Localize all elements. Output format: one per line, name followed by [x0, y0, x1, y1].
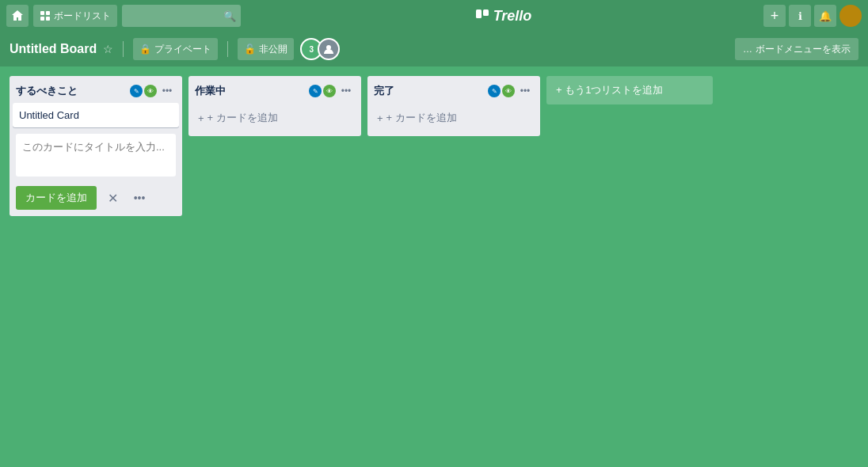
add-card-confirm-button[interactable]: カードを追加	[16, 186, 97, 210]
list-edit-icon-2[interactable]: ✎	[309, 85, 322, 97]
logo-text: Trello	[493, 8, 532, 25]
add-icon-2: +	[198, 112, 204, 124]
list-eye-icon-3[interactable]: 👁	[502, 85, 515, 97]
add-button[interactable]: +	[763, 5, 786, 27]
list-footer-inprogress: + + カードを追加	[188, 103, 361, 136]
board-list-label: ボードリスト	[54, 9, 111, 23]
card-title: Untitled Card	[19, 109, 79, 121]
card-title-input[interactable]	[16, 134, 176, 177]
add-card-label-2: + カードを追加	[207, 111, 278, 125]
board-header: Untitled Board ☆ 🔒 プライベート 🔓 非公開 3 … ボードメ…	[0, 32, 868, 66]
table-row[interactable]: Untitled Card	[13, 103, 179, 127]
svg-rect-4	[476, 9, 482, 18]
cancel-card-button[interactable]: ✕	[101, 187, 124, 209]
list-in-progress: 作業中 ✎ 👁 ••• + + カードを追加	[188, 76, 361, 136]
board-list-button[interactable]: ボードリスト	[33, 5, 117, 27]
list-title-todo: するべきこと	[16, 84, 127, 98]
list-body-todo: Untitled Card カードを追加 ✕ •••	[10, 103, 182, 216]
card-composer-actions: カードを追加 ✕ •••	[16, 183, 176, 213]
list-dots-icon-3: •••	[520, 85, 531, 97]
list-dots-icon: •••	[162, 85, 173, 97]
plus-icon: +	[771, 8, 779, 25]
lock-icon: 🔒	[139, 44, 151, 55]
list-done: 完了 ✎ 👁 ••• + + カードを追加	[367, 76, 540, 136]
add-card-label-3: + カードを追加	[386, 111, 457, 125]
bell-icon: 🔔	[819, 10, 832, 22]
add-icon-3: +	[377, 112, 383, 124]
nav-right: + ℹ 🔔	[763, 5, 862, 27]
board-title[interactable]: Untitled Board	[10, 42, 97, 56]
list-more-button-done[interactable]: •••	[516, 82, 534, 100]
card-composer: カードを追加 ✕ •••	[13, 131, 179, 216]
list-eye-icon-2[interactable]: 👁	[323, 85, 336, 97]
board-content: するべきこと ✎ 👁 ••• Untitled Card カードを追加 ✕	[0, 66, 868, 467]
info-icon: ℹ	[798, 10, 802, 22]
info-button[interactable]: ℹ	[789, 5, 811, 27]
privacy-button[interactable]: 🔒 プライベート	[133, 38, 218, 60]
svg-rect-2	[40, 17, 44, 21]
svg-rect-0	[40, 11, 44, 15]
add-card-link-done[interactable]: + + カードを追加	[374, 106, 534, 130]
members-group: 3	[300, 38, 340, 60]
globe-icon: 🔓	[244, 44, 256, 55]
trello-logo: Trello	[474, 8, 532, 25]
public-label: 非公開	[259, 43, 287, 56]
list-title-done: 完了	[374, 84, 485, 98]
privacy-label: プライベート	[154, 43, 211, 56]
list-header-inprogress: 作業中 ✎ 👁 •••	[188, 76, 361, 103]
svg-rect-1	[46, 11, 50, 15]
composer-more-button[interactable]: •••	[128, 187, 150, 209]
list-eye-icon[interactable]: 👁	[144, 85, 157, 97]
list-more-button-inprogress[interactable]: •••	[337, 82, 355, 100]
header-divider-2	[227, 41, 228, 57]
header-divider	[123, 41, 124, 57]
search-icon: 🔍	[223, 10, 236, 22]
list-footer-done: + + カードを追加	[367, 103, 540, 136]
more-icon: •••	[134, 192, 146, 204]
list-more-button-todo[interactable]: •••	[158, 82, 176, 100]
list-icons-todo: ✎ 👁 •••	[130, 82, 176, 100]
public-button[interactable]: 🔓 非公開	[238, 38, 294, 60]
add-list-button[interactable]: + もう1つリストを追加	[546, 76, 713, 104]
list-dots-icon-2: •••	[341, 85, 352, 97]
user-avatar[interactable]	[839, 5, 862, 27]
add-list-label: + もう1つリストを追加	[556, 83, 663, 97]
star-icon[interactable]: ☆	[103, 43, 113, 55]
list-icons-inprogress: ✎ 👁 •••	[309, 82, 355, 100]
list-icons-done: ✎ 👁 •••	[488, 82, 534, 100]
list-edit-icon[interactable]: ✎	[130, 85, 143, 97]
close-icon: ✕	[108, 191, 118, 206]
board-header-right: … ボードメニューを表示	[735, 38, 858, 60]
home-button[interactable]	[6, 5, 29, 27]
notification-button[interactable]: 🔔	[814, 5, 836, 27]
logo-area: Trello	[247, 8, 759, 25]
list-edit-icon-3[interactable]: ✎	[488, 85, 501, 97]
board-menu-button[interactable]: … ボードメニューを表示	[735, 38, 858, 60]
board-menu-label: ボードメニューを表示	[756, 43, 851, 56]
add-card-link-inprogress[interactable]: + + カードを追加	[195, 106, 355, 130]
list-todo: するべきこと ✎ 👁 ••• Untitled Card カードを追加 ✕	[10, 76, 182, 216]
svg-rect-3	[46, 17, 50, 21]
list-header-todo: するべきこと ✎ 👁 •••	[10, 76, 182, 103]
navbar: ボードリスト 🔍 Trello + ℹ 🔔	[0, 0, 868, 32]
list-title-inprogress: 作業中	[195, 84, 306, 98]
dots-icon: …	[743, 44, 752, 55]
member-avatar-2[interactable]	[318, 38, 340, 60]
list-header-done: 完了 ✎ 👁 •••	[367, 76, 540, 103]
svg-rect-5	[483, 9, 489, 16]
